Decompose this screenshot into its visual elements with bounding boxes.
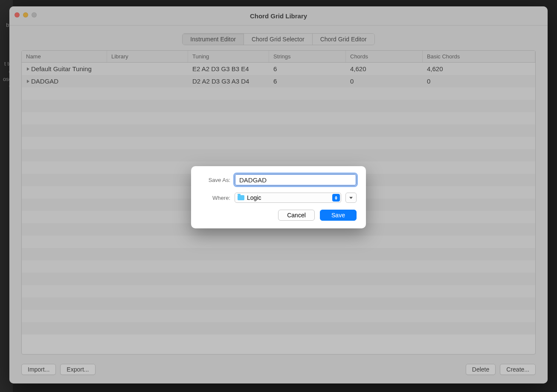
save-as-input[interactable] [235,174,357,186]
chord-grid-library-window: Chord Grid Library Instrument Editor Cho… [9,6,548,383]
cancel-button[interactable]: Cancel [278,210,315,221]
where-value: Logic [247,194,261,201]
save-button[interactable]: Save [320,210,357,221]
save-dialog: Save As: Where: Logic Cancel Save [191,166,366,228]
expand-browser-button[interactable] [345,193,357,203]
save-as-label: Save As: [200,177,230,183]
select-arrows-icon [332,194,340,202]
folder-icon [238,195,244,200]
where-select[interactable]: Logic [235,193,341,203]
where-label: Where: [200,195,230,201]
